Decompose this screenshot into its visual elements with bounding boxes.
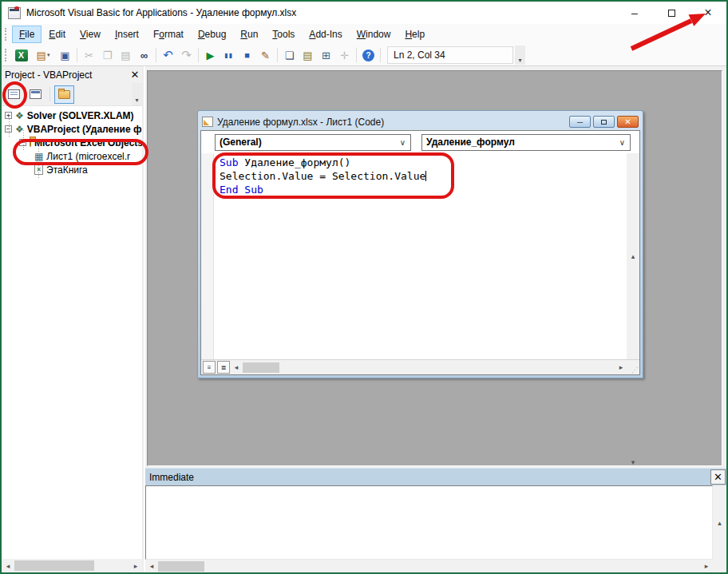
redo-button[interactable]: ↷	[177, 46, 196, 64]
code-window-body: (General) ∨ Удаление_формул ∨ Sub Удален…	[200, 130, 640, 375]
code-window-controls: — ✕	[569, 116, 639, 128]
code-combo-row: (General) ∨ Удаление_формул ∨	[201, 131, 639, 153]
object-dropdown[interactable]: (General) ∨	[215, 134, 411, 151]
scrollbar-thumb[interactable]	[14, 560, 94, 571]
folder-icon	[58, 90, 70, 99]
menu-edit[interactable]: Edit	[42, 26, 73, 43]
toolbar-options-button[interactable]: ▾	[515, 46, 525, 65]
scrollbar-thumb[interactable]	[243, 362, 279, 373]
code-window-title: Удаление формул.xlsx - Лист1 (Code)	[217, 117, 384, 128]
project-toolbar-options-button[interactable]: ▾	[132, 83, 142, 105]
window-title: Microsoft Visual Basic for Applications …	[26, 7, 296, 18]
maximize-button[interactable]	[653, 2, 690, 24]
toolbox-button[interactable]: ✛	[335, 46, 354, 64]
full-module-view-button[interactable]: ≣	[217, 361, 230, 374]
window-controls: – ×	[616, 2, 726, 24]
tree-item-label: Solver (SOLVER.XLAM)	[27, 110, 134, 121]
menu-debug[interactable]: Debug	[191, 26, 233, 43]
immediate-vscrollbar[interactable]: ▴ ▾	[713, 485, 726, 560]
minimize-button[interactable]: –	[616, 2, 653, 24]
view-excel-button[interactable]: X	[12, 46, 30, 64]
object-browser-button[interactable]: ⊞	[317, 46, 335, 64]
code-margin-bar[interactable]	[201, 153, 214, 359]
menu-addins[interactable]: Add-Ins	[302, 26, 349, 43]
menu-run[interactable]: Run	[233, 26, 265, 43]
scroll-right-icon[interactable]: ▸	[700, 560, 713, 572]
close-icon: ✕	[131, 69, 140, 81]
tree-item-label: Microsoft Excel Objects	[34, 137, 142, 148]
folder-icon	[30, 138, 31, 147]
scroll-up-icon[interactable]: ▴	[627, 153, 639, 359]
save-button[interactable]: ▣	[56, 46, 74, 64]
minimize-icon: –	[631, 6, 638, 19]
scroll-down-icon[interactable]: ▾	[627, 359, 639, 565]
minimize-icon: —	[577, 119, 583, 125]
toolbar-grip-icon[interactable]	[5, 28, 9, 41]
code-document-icon	[202, 117, 213, 127]
tree-connector	[23, 130, 24, 151]
scroll-up-icon[interactable]: ▴	[714, 485, 726, 560]
scroll-left-icon[interactable]: ◂	[230, 360, 243, 374]
tree-item-solver[interactable]: + ❖ Solver (SOLVER.XLAM)	[2, 109, 142, 122]
tree-item-thisworkbook[interactable]: ✕ ЭтаКнига	[2, 163, 142, 176]
project-panel-hscrollbar[interactable]: ◂ ▸	[2, 559, 142, 572]
chevron-down-icon: ∨	[400, 138, 406, 147]
object-browser-icon: ⊞	[322, 49, 330, 61]
view-object-icon	[30, 89, 42, 99]
code-window-titlebar[interactable]: Удаление формул.xlsx - Лист1 (Code) — ✕	[200, 113, 640, 130]
menu-tools[interactable]: Tools	[265, 26, 302, 43]
insert-userform-button[interactable]: ▤▾	[30, 46, 56, 64]
break-button[interactable]: ▮▮	[220, 46, 238, 64]
design-mode-button[interactable]: ✎	[256, 46, 275, 64]
scroll-right-icon[interactable]: ▸	[615, 360, 627, 374]
code-minimize-button[interactable]: —	[569, 116, 591, 128]
close-icon: ×	[704, 6, 711, 20]
menu-window[interactable]: Window	[350, 26, 398, 43]
menu-file[interactable]: File	[12, 26, 42, 43]
scrollbar-thumb[interactable]	[158, 561, 204, 572]
undo-button[interactable]: ↶	[159, 46, 177, 64]
menu-insert[interactable]: Insert	[108, 26, 146, 43]
procedure-dropdown[interactable]: Удаление_формул ∨	[421, 134, 631, 151]
cut-icon: ✂	[85, 49, 93, 61]
project-panel-close-button[interactable]: ✕	[128, 68, 142, 82]
tree-item-label: VBAProject (Удаление ф	[27, 124, 142, 135]
code-editor[interactable]: Sub Удаление_формул()Selection.Value = S…	[214, 153, 627, 359]
code-region: Sub Удаление_формул()Selection.Value = S…	[201, 153, 639, 359]
code-close-button[interactable]: ✕	[617, 116, 639, 128]
code-restore-button[interactable]	[593, 116, 615, 128]
close-icon: ✕	[624, 117, 631, 126]
properties-window-icon: ▤	[303, 49, 312, 61]
close-button[interactable]: ×	[690, 2, 726, 24]
tree-item-sheet1[interactable]: ▦ Лист1 (microexcel.r	[2, 149, 142, 163]
menu-help[interactable]: Help	[398, 26, 432, 43]
reset-button[interactable]: ■	[238, 46, 256, 64]
cut-button[interactable]: ✂	[80, 46, 98, 64]
immediate-close-button[interactable]: ✕	[710, 469, 726, 485]
properties-window-button[interactable]: ▤	[299, 46, 317, 64]
toolbar-separator	[380, 48, 381, 62]
find-button[interactable]: ∞	[135, 46, 153, 64]
toolbar-separator	[156, 48, 156, 62]
project-explorer-button[interactable]: ❏	[280, 46, 299, 64]
view-code-button[interactable]	[4, 85, 24, 104]
scroll-right-icon[interactable]: ▸	[129, 559, 142, 572]
help-button[interactable]: ?	[359, 46, 378, 64]
scroll-left-icon[interactable]: ◂	[145, 560, 158, 572]
menu-view[interactable]: View	[73, 26, 108, 43]
procedure-view-button[interactable]: ≡	[203, 361, 216, 374]
menu-format[interactable]: Format	[146, 26, 191, 43]
copy-button[interactable]: ❐	[98, 46, 117, 64]
scroll-left-icon[interactable]: ◂	[2, 559, 14, 572]
code-window-bottom-bar: ≡ ≣ ◂ ▸ ⋰	[201, 359, 639, 374]
view-object-button[interactable]	[26, 85, 46, 104]
code-vscrollbar[interactable]: ▴ ▾	[627, 153, 639, 359]
redo-icon: ↷	[181, 48, 192, 62]
paste-button[interactable]: ▤	[117, 46, 135, 64]
toolbar-grip-icon[interactable]	[5, 49, 9, 61]
resize-grip-icon[interactable]: ⋰	[627, 360, 639, 374]
tree-connector	[38, 144, 39, 178]
tree-connector	[9, 117, 10, 137]
run-button[interactable]: ▶	[201, 46, 220, 64]
toggle-folders-button[interactable]	[54, 85, 74, 104]
